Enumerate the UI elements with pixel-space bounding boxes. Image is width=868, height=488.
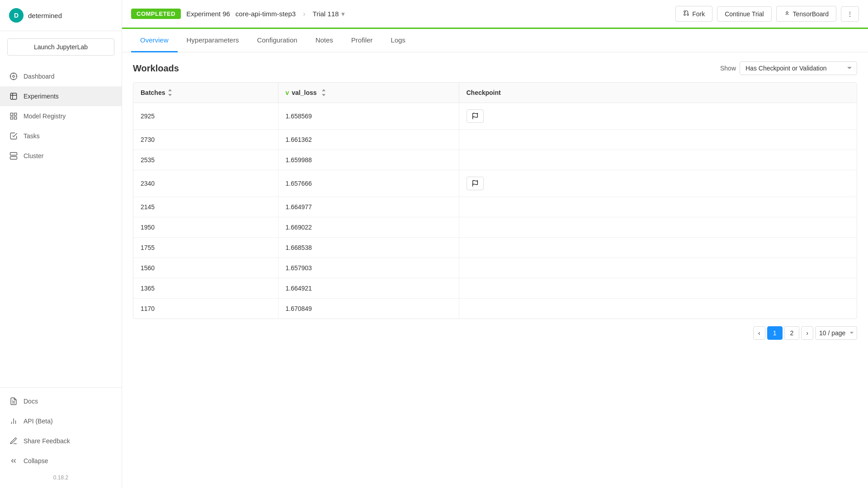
cell-batches: 2535 [133,150,278,170]
tab-hyperparameters[interactable]: Hyperparameters [178,29,248,52]
sidebar-item-label: Experiments [24,93,59,100]
sidebar: D determined Launch JupyterLab Dashboard… [0,0,122,488]
cell-val-loss: 1.664977 [278,197,459,217]
table-row: 25351.659988 [133,150,857,170]
sidebar-item-api-beta[interactable]: API (Beta) [0,411,122,431]
tab-notes[interactable]: Notes [307,29,342,52]
sidebar-item-tasks[interactable]: Tasks [0,126,122,146]
tab-profiler[interactable]: Profiler [342,29,382,52]
cell-val-loss: 1.664921 [278,278,459,299]
svg-rect-10 [10,153,17,155]
cell-checkpoint[interactable] [459,103,857,130]
table-row: 17551.668538 [133,238,857,258]
docs-icon [9,397,18,406]
status-badge: COMPLETED [131,9,181,19]
cell-batches: 1560 [133,258,278,278]
tasks-icon [9,131,18,141]
data-table: Batches v val_loss [133,83,857,319]
col-header-batches[interactable]: Batches [133,83,278,103]
breadcrumb-separator: › [303,10,305,18]
svg-rect-11 [10,157,17,160]
sidebar-item-experiments[interactable]: Experiments [0,86,122,106]
cell-val-loss: 1.670849 [278,299,459,319]
cell-val-loss: 1.658569 [278,103,459,130]
trial-label: Trial 118 ▾ [313,10,345,18]
cell-checkpoint [459,258,857,278]
col-header-val-loss[interactable]: v val_loss [278,83,459,103]
pagination-next-button[interactable]: › [801,326,813,340]
sidebar-item-label: Docs [24,398,38,405]
cell-batches: 1950 [133,217,278,238]
cell-val-loss: 1.657666 [278,170,459,197]
continue-trial-button[interactable]: Continue Trial [717,6,771,22]
dashboard-icon [9,72,18,81]
sidebar-item-label: Dashboard [24,73,55,80]
svg-rect-7 [14,113,17,115]
show-filter: Show Has Checkpoint or Validation All Ha… [720,61,857,75]
cell-checkpoint [459,150,857,170]
sidebar-item-label: Model Registry [24,113,66,120]
avatar: D [9,8,24,23]
metric-indicator: v [286,89,289,96]
model-registry-icon [9,112,18,121]
cell-checkpoint [459,197,857,217]
workloads-table: Batches v val_loss [133,82,857,319]
cell-checkpoint [459,217,857,238]
cell-checkpoint [459,278,857,299]
cell-batches: 2925 [133,103,278,130]
svg-rect-8 [10,117,13,119]
sidebar-nav: Dashboard Experiments Model Registry Tas… [0,63,122,387]
cluster-icon [9,151,18,160]
tensorboard-button[interactable]: TensorBoard [776,6,836,22]
checkpoint-button[interactable] [467,177,484,190]
content-area: Workloads Show Has Checkpoint or Validat… [122,52,868,488]
svg-marker-21 [168,94,172,96]
launch-jupyterlab-button[interactable]: Launch JupyterLab [7,38,114,56]
share-feedback-icon [9,436,18,446]
cell-checkpoint[interactable] [459,170,857,197]
svg-point-1 [13,75,15,78]
tab-logs[interactable]: Logs [382,29,415,52]
cell-val-loss: 1.668538 [278,238,459,258]
table-row: 21451.664977 [133,197,857,217]
fork-icon [683,10,689,18]
table-row: 23401.657666 [133,170,857,197]
tensorboard-icon [784,10,790,18]
topbar: COMPLETED Experiment 96 core-api-timm-st… [122,0,868,29]
sidebar-item-collapse[interactable]: Collapse [0,451,122,471]
sidebar-item-label: API (Beta) [24,418,53,425]
svg-point-18 [684,14,686,16]
experiment-name: core-api-timm-step3 [236,10,296,18]
pagination: ‹ 1 2 › 10 / page 20 / page 50 / page [133,319,857,340]
sidebar-item-share-feedback[interactable]: Share Feedback [0,431,122,451]
filter-select[interactable]: Has Checkpoint or Validation All Has Che… [740,61,857,75]
checkpoint-button[interactable] [467,109,484,123]
sidebar-item-label: Share Feedback [24,437,70,445]
tabbar: Overview Hyperparameters Configuration N… [122,29,868,52]
topbar-actions: Fork Continue Trial TensorBoard ⋮ [675,6,859,22]
cell-batches: 2145 [133,197,278,217]
sidebar-item-model-registry[interactable]: Model Registry [0,106,122,126]
table-row: 15601.657903 [133,258,857,278]
cell-batches: 2340 [133,170,278,197]
svg-rect-9 [14,117,17,119]
more-options-button[interactable]: ⋮ [841,6,859,22]
sort-icon-batches [168,88,172,97]
cell-val-loss: 1.661362 [278,130,459,150]
tab-configuration[interactable]: Configuration [248,29,306,52]
sidebar-item-docs[interactable]: Docs [0,391,122,411]
sidebar-item-dashboard[interactable]: Dashboard [0,66,122,86]
table-row: 29251.658569 [133,103,857,130]
main-content: COMPLETED Experiment 96 core-api-timm-st… [122,0,868,488]
sidebar-item-cluster[interactable]: Cluster [0,146,122,166]
svg-marker-22 [322,89,326,91]
pagination-page-1[interactable]: 1 [767,326,783,340]
cell-batches: 2730 [133,130,278,150]
cell-batches: 1170 [133,299,278,319]
pagination-prev-button[interactable]: ‹ [753,326,765,340]
pagination-page-2[interactable]: 2 [784,326,800,340]
fork-button[interactable]: Fork [675,6,712,22]
tab-overview[interactable]: Overview [131,29,178,52]
per-page-select[interactable]: 10 / page 20 / page 50 / page [815,326,857,340]
cell-batches: 1365 [133,278,278,299]
